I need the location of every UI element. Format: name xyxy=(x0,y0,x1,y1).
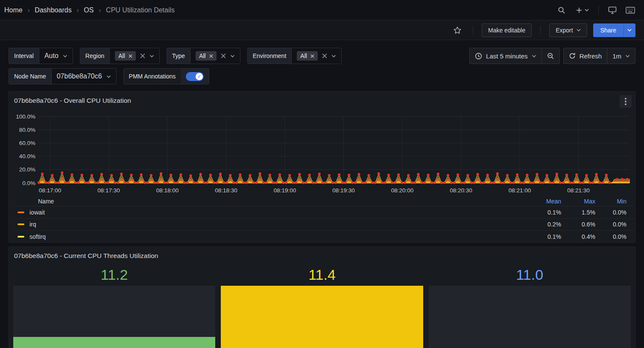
search-icon[interactable] xyxy=(555,3,568,17)
stat-min: 0.0% xyxy=(595,221,626,228)
legend-header-row: Name Mean Max Min xyxy=(13,197,635,206)
stat-min: 0.0% xyxy=(595,209,626,216)
stat-max: 0.4% xyxy=(561,233,595,240)
chevron-down-icon xyxy=(585,9,589,12)
share-menu-caret[interactable] xyxy=(624,23,635,37)
legend-header-min[interactable]: Min xyxy=(595,198,626,205)
stat-mean: 0.1% xyxy=(523,209,561,216)
interval-select[interactable]: Auto xyxy=(39,48,73,64)
breadcrumb-home[interactable]: Home xyxy=(4,6,23,14)
divider xyxy=(598,6,599,15)
breadcrumb-separator: › xyxy=(77,7,79,14)
export-button[interactable]: Export xyxy=(549,23,587,37)
region-chip-label: All xyxy=(118,52,125,59)
chevron-down-icon xyxy=(230,55,235,58)
legend-header-max[interactable]: Max xyxy=(561,198,595,205)
divider xyxy=(473,26,473,35)
clear-selection-icon[interactable] xyxy=(140,53,145,58)
legend-series-iowait[interactable]: iowait xyxy=(13,209,523,216)
type-select[interactable]: All xyxy=(190,48,240,64)
environment-chip-label: All xyxy=(300,52,307,59)
zoom-out-time-range-button[interactable] xyxy=(542,48,560,64)
environment-select[interactable]: All xyxy=(292,48,341,64)
stat-max: 1.5% xyxy=(561,209,595,216)
svg-text:60.0%: 60.0% xyxy=(19,140,35,146)
svg-text:08:18:00: 08:18:00 xyxy=(156,187,179,194)
legend-row-iowait: iowait 0.1% 1.5% 0.0% xyxy=(13,206,635,218)
chevron-down-icon xyxy=(625,55,630,58)
gauge-value: 11.4 xyxy=(308,267,336,283)
variables-row-2: Node Name 07b6be8a70c6 PMM Annotations ✓ xyxy=(9,68,635,84)
cpu-thread-gauges: 11.2 11.4 11.0 xyxy=(9,267,635,348)
kiosk-mode-icon[interactable] xyxy=(606,3,619,17)
chevron-down-icon xyxy=(106,75,111,78)
share-button[interactable]: Share xyxy=(593,23,624,37)
series-color-swatch xyxy=(18,223,24,225)
legend-series-irq[interactable]: irq xyxy=(13,221,523,228)
panel-menu-icon[interactable] xyxy=(620,95,632,108)
stat-mean: 0.2% xyxy=(523,221,561,228)
clear-selection-icon[interactable] xyxy=(322,53,327,58)
svg-text:0.0%: 0.0% xyxy=(22,180,35,186)
svg-text:40.0%: 40.0% xyxy=(19,153,35,160)
panel-title[interactable]: 07b6be8a70c6 - Overall CPU Utilization xyxy=(9,92,635,107)
chart-legend-table: Name Mean Max Min iowait 0.1% 1.5% 0.0% … xyxy=(13,197,635,243)
region-chip-all[interactable]: All xyxy=(115,51,136,61)
pmm-annotations-toggle-wrap: ✓ xyxy=(181,69,209,84)
stat-min: 0.0% xyxy=(595,233,626,240)
environment-label: Environment xyxy=(248,48,292,64)
legend-series-softirq[interactable]: softirq xyxy=(13,233,523,240)
environment-chip-all[interactable]: All xyxy=(297,51,318,61)
svg-text:08:19:30: 08:19:30 xyxy=(332,187,355,194)
region-select[interactable]: All xyxy=(110,48,159,64)
pmm-annotations-toggle[interactable]: ✓ xyxy=(186,72,204,81)
legend-header-name[interactable]: Name xyxy=(13,198,523,205)
breadcrumb-current-page: CPU Utilization Details xyxy=(106,6,175,14)
make-editable-button[interactable]: Make editable xyxy=(482,23,532,37)
svg-text:100.0%: 100.0% xyxy=(16,113,35,120)
refresh-interval-select[interactable]: 1m xyxy=(607,48,635,64)
time-range-picker[interactable]: Last 5 minutes xyxy=(469,48,542,64)
interval-variable: Interval Auto xyxy=(9,48,73,64)
svg-text:08:21:30: 08:21:30 xyxy=(567,187,590,194)
legend-header-mean[interactable]: Mean xyxy=(523,198,561,205)
series-name: iowait xyxy=(29,209,45,216)
environment-variable: Environment All xyxy=(247,48,342,64)
share-button-group: Share xyxy=(593,23,635,37)
keyboard-shortcuts-icon[interactable] xyxy=(624,3,637,17)
star-icon[interactable] xyxy=(451,23,464,37)
gauge-bar-track xyxy=(13,286,215,348)
clear-selection-icon[interactable] xyxy=(221,53,226,58)
svg-text:08:21:00: 08:21:00 xyxy=(509,187,531,194)
clock-icon xyxy=(475,52,482,60)
remove-icon xyxy=(129,54,132,58)
type-chip-all[interactable]: All xyxy=(196,51,217,61)
gauge-thread-2[interactable]: 11.4 xyxy=(221,267,423,348)
gauge-bar-track xyxy=(429,286,631,348)
svg-text:20.0%: 20.0% xyxy=(19,166,35,173)
gauge-thread-1[interactable]: 11.2 xyxy=(13,267,215,348)
node-name-select[interactable]: 07b6be8a70c6 xyxy=(52,69,116,84)
add-menu-button[interactable] xyxy=(573,3,591,17)
cpu-utilization-chart[interactable]: 0.0%20.0%40.0%60.0%80.0%100.0%08:17:0008… xyxy=(12,112,632,196)
chevron-down-icon xyxy=(627,29,632,32)
breadcrumb-os[interactable]: OS xyxy=(84,6,94,14)
remove-icon xyxy=(310,54,314,58)
node-name-value: 07b6be8a70c6 xyxy=(57,72,102,80)
breadcrumb-separator: › xyxy=(99,7,101,14)
type-variable: Type All xyxy=(167,48,240,64)
refresh-interval-value: 1m xyxy=(612,52,621,60)
chevron-down-icon xyxy=(331,55,336,58)
type-chip-label: All xyxy=(199,52,206,59)
gauge-bar-track xyxy=(221,286,423,348)
chevron-down-icon xyxy=(63,55,67,58)
gauge-thread-3[interactable]: 11.0 xyxy=(429,267,631,348)
interval-label: Interval xyxy=(9,48,39,64)
panel-title[interactable]: 07b6be8a70c6 - Current CPU Threads Utili… xyxy=(9,247,635,262)
breadcrumb-separator: › xyxy=(28,7,30,14)
breadcrumb-dashboards[interactable]: Dashboards xyxy=(35,6,71,14)
toggle-check-icon: ✓ xyxy=(196,73,203,80)
chevron-down-icon xyxy=(532,55,536,58)
export-label: Export xyxy=(556,27,573,34)
refresh-button[interactable]: Refresh xyxy=(563,48,607,64)
